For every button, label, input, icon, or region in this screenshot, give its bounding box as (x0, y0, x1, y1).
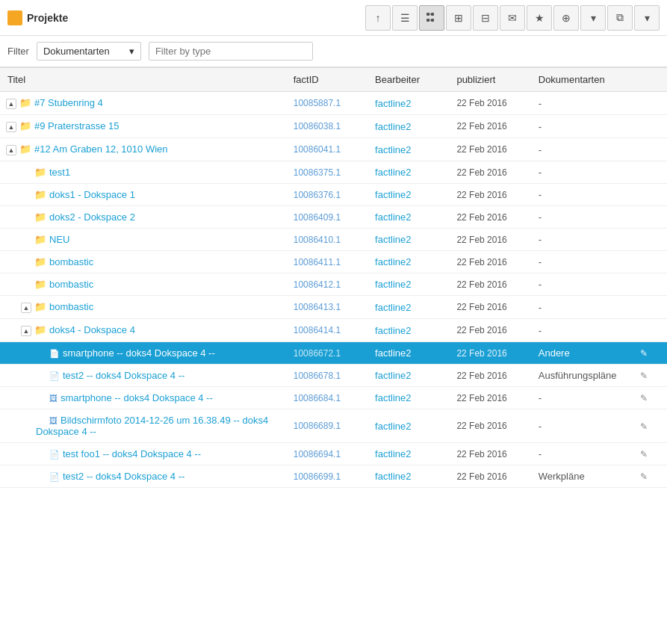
cell-actions (633, 229, 667, 251)
table-row[interactable]: 🖼smartphone -- doks4 Dokspace 4 --100866… (0, 387, 667, 409)
cell-publiziert: 22 Feb 2016 (449, 273, 530, 296)
svg-rect-0 (426, 13, 429, 16)
table-row[interactable]: 📁bombastic10086411.1factline222 Feb 2016… (0, 251, 667, 273)
cell-title: 📄smartphone -- doks4 Dokspace 4 -- (0, 342, 286, 365)
table-row[interactable]: 📄smartphone -- doks4 Dokspace 4 --100866… (0, 342, 667, 365)
cell-dokumentarten: - (531, 296, 633, 319)
cell-title: 📄test2 -- doks4 Dokspace 4 -- (0, 465, 286, 488)
table-row[interactable]: 📄test2 -- doks4 Dokspace 4 --10086699.1f… (0, 465, 667, 488)
cell-title: ▲📁doks4 - Dokspace 4 (0, 319, 286, 342)
item-title-link[interactable]: doks1 - Dokspace 1 (49, 189, 135, 200)
table-row[interactable]: ▲📁doks4 - Dokspace 410086414.1factline22… (0, 319, 667, 342)
table-row[interactable]: ▲📁#12 Am Graben 12, 1010 Wien10086041.1f… (0, 138, 667, 161)
cell-actions: ✎ (633, 387, 667, 409)
item-title-link[interactable]: #9 Praterstrasse 15 (34, 120, 119, 131)
item-title-link[interactable]: test1 (49, 167, 70, 178)
table-row[interactable]: 📁NEU10086410.1factline222 Feb 2016- (0, 229, 667, 251)
cell-dokumentarten: - (531, 184, 633, 206)
folder-icon: 📁 (34, 301, 46, 312)
cell-actions (633, 273, 667, 296)
item-title-link[interactable]: smartphone -- doks4 Dokspace 4 -- (63, 347, 215, 359)
table-row[interactable]: ▲📁#9 Praterstrasse 1510086038.1factline2… (0, 115, 667, 138)
cell-publiziert: 22 Feb 2016 (449, 387, 530, 409)
item-title-link[interactable]: doks2 - Dokspace 2 (49, 211, 135, 223)
edit-icon[interactable]: ✎ (640, 371, 648, 381)
grid-view-button[interactable]: ⊞ (446, 5, 471, 31)
folder-icon: 📁 (19, 97, 31, 108)
col-header-publiziert: publiziert (449, 68, 530, 92)
expand-btn[interactable]: ▲ (6, 122, 16, 132)
item-title-link[interactable]: NEU (49, 234, 69, 245)
dropdown-button[interactable]: ▾ (580, 5, 606, 31)
table-row[interactable]: ▲📁#7 Stubenring 410085887.1factline222 F… (0, 92, 667, 115)
table-row[interactable]: ▲📁bombastic10086413.1factline222 Feb 201… (0, 296, 667, 319)
cell-factid: 10086038.1 (286, 115, 367, 138)
table-row[interactable]: 📁test110086375.1factline222 Feb 2016- (0, 161, 667, 184)
table-row[interactable]: 📁doks2 - Dokspace 210086409.1factline222… (0, 206, 667, 229)
item-title-link[interactable]: bombastic (49, 301, 93, 312)
cell-factid: 10086409.1 (286, 206, 367, 229)
edit-icon[interactable]: ✎ (640, 449, 648, 459)
folder-icon: 📁 (34, 256, 46, 267)
table-row[interactable]: 📁bombastic10086412.1factline222 Feb 2016… (0, 273, 667, 296)
expand-btn[interactable]: ▲ (6, 99, 16, 109)
mail-button[interactable]: ✉ (500, 5, 525, 31)
item-title-link[interactable]: bombastic (49, 279, 93, 290)
edit-icon[interactable]: ✎ (640, 421, 648, 432)
filter-input[interactable] (149, 42, 313, 61)
item-title-link[interactable]: test2 -- doks4 Dokspace 4 -- (63, 471, 184, 482)
cell-factid: 10086414.1 (286, 319, 367, 342)
item-title-link[interactable]: #7 Stubenring 4 (34, 97, 103, 108)
item-title-link[interactable]: doks4 - Dokspace 4 (49, 324, 135, 335)
duplicate-button[interactable]: ⧉ (607, 5, 633, 31)
edit-icon[interactable]: ✎ (640, 471, 648, 482)
filter-bar: Filter Dokumentarten ▾ (0, 36, 667, 67)
main-table: Titel factID Bearbeiter publiziert Dokum… (0, 67, 667, 488)
add-button[interactable]: ⊕ (553, 5, 579, 31)
item-title-link[interactable]: test2 -- doks4 Dokspace 4 -- (63, 370, 184, 381)
folder-icon: 📁 (34, 234, 46, 245)
item-title-link[interactable]: smartphone -- doks4 Dokspace 4 -- (61, 392, 213, 403)
cell-dokumentarten: Andere (531, 342, 633, 365)
expand-btn[interactable]: ▲ (21, 326, 31, 336)
cell-dokumentarten: - (531, 92, 633, 115)
cell-actions (633, 296, 667, 319)
list-view-button[interactable]: ☰ (392, 5, 418, 31)
cell-bearbeiter: factline2 (367, 319, 449, 342)
folder-icon: 📁 (34, 279, 46, 290)
svg-rect-1 (431, 13, 434, 16)
item-title-link[interactable]: test foo1 -- doks4 Dokspace 4 -- (63, 448, 201, 459)
col-header-factid: factID (286, 68, 367, 92)
edit-icon[interactable]: ✎ (640, 393, 648, 403)
expand-btn[interactable]: ▲ (6, 145, 16, 155)
table-row[interactable]: 📁doks1 - Dokspace 110086376.1factline222… (0, 184, 667, 206)
cell-title: 📁test1 (0, 161, 286, 184)
expand-btn[interactable]: ▲ (21, 303, 31, 313)
doc-icon: 📄 (49, 450, 60, 459)
filter-select[interactable]: Dokumentarten ▾ (37, 42, 141, 61)
table-header: Titel factID Bearbeiter publiziert Dokum… (0, 68, 667, 92)
table-row[interactable]: 🖼Bildschirmfoto 2014-12-26 um 16.38.49 -… (0, 409, 667, 443)
col-header-actions (633, 68, 667, 92)
upload-button[interactable]: ↑ (365, 5, 391, 31)
item-title-link[interactable]: bombastic (49, 256, 93, 267)
edit-icon[interactable]: ✎ (640, 348, 648, 359)
item-title-link[interactable]: #12 Am Graben 12, 1010 Wien (34, 143, 168, 155)
cell-factid: 10086684.1 (286, 387, 367, 409)
split-view-button[interactable]: ⊟ (473, 5, 498, 31)
more-button[interactable]: ▾ (634, 5, 660, 31)
star-button[interactable]: ★ (527, 5, 552, 31)
cell-publiziert: 22 Feb 2016 (449, 443, 530, 465)
svg-rect-3 (426, 19, 429, 22)
cell-dokumentarten: - (531, 387, 633, 409)
item-title-link[interactable]: Bildschirmfoto 2014-12-26 um 16.38.49 --… (36, 415, 268, 437)
doc-icon: 📄 (49, 349, 60, 358)
cell-bearbeiter: factline2 (367, 296, 449, 319)
cell-dokumentarten: - (531, 229, 633, 251)
table-row[interactable]: 📄test foo1 -- doks4 Dokspace 4 --1008669… (0, 443, 667, 465)
table-body: ▲📁#7 Stubenring 410085887.1factline222 F… (0, 92, 667, 488)
folder-icon: 📁 (19, 143, 31, 155)
tree-view-button[interactable] (419, 5, 444, 31)
table-row[interactable]: 📄test2 -- doks4 Dokspace 4 --10086678.1f… (0, 365, 667, 387)
cell-bearbeiter: factline2 (367, 92, 449, 115)
